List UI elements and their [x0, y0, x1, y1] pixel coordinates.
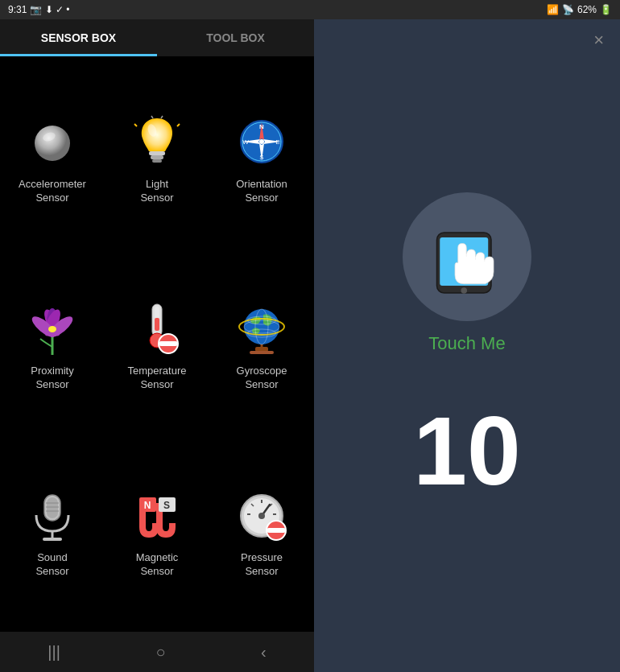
menu-button[interactable]: |||	[31, 635, 76, 670]
touch-me-text: Touch Me	[428, 333, 505, 354]
svg-rect-2	[149, 151, 165, 155]
temperature-icon	[129, 300, 185, 357]
back-button[interactable]: ‹	[245, 635, 283, 670]
svg-point-38	[244, 309, 279, 344]
svg-point-28	[48, 326, 56, 332]
tab-sensor-box[interactable]: SENSOR BOX	[0, 19, 157, 56]
close-button[interactable]: ×	[593, 31, 604, 49]
svg-text:S: S	[163, 500, 169, 511]
magnetic-icon: N S	[129, 487, 185, 543]
touch-icon-container[interactable]	[403, 192, 531, 321]
svg-rect-4	[152, 159, 162, 163]
svg-point-68	[461, 287, 468, 294]
time-display: 9:31	[8, 4, 27, 15]
sensor-item-magnetic[interactable]: N S MagneticSensor	[105, 437, 209, 624]
orientation-icon: N S W E	[234, 113, 290, 170]
pressure-icon	[234, 487, 290, 543]
svg-text:S: S	[259, 154, 263, 161]
home-button[interactable]: ○	[139, 635, 181, 670]
proximity-label: ProximitySensor	[31, 365, 73, 392]
svg-rect-3	[151, 155, 163, 159]
sensor-grid: AccelerometerSensor	[0, 56, 314, 632]
sensor-item-temperature[interactable]: TemperatureSensor	[105, 251, 209, 438]
svg-rect-34	[159, 341, 178, 346]
svg-rect-36	[250, 351, 274, 354]
battery-icon: 🔋	[600, 4, 612, 15]
gyroscope-label: GyroscopeSensor	[237, 365, 287, 392]
svg-line-7	[134, 124, 137, 126]
accelerometer-icon	[24, 113, 81, 170]
sound-icon	[24, 487, 81, 543]
count-display: 10	[413, 402, 520, 499]
light-label: LightSensor	[140, 178, 173, 205]
sensor-item-orientation[interactable]: N S W E OrientationSensor	[209, 64, 314, 251]
svg-line-9	[151, 116, 153, 118]
svg-text:N: N	[143, 500, 151, 511]
svg-rect-50	[43, 538, 62, 541]
magnetic-label: MagneticSensor	[136, 551, 179, 579]
svg-text:E: E	[275, 138, 279, 146]
svg-point-0	[35, 126, 70, 161]
status-bar: 9:31 📷 ⬇ ✓ • 📶 📡 62% 🔋	[0, 0, 620, 19]
status-left: 9:31 📷 ⬇ ✓ •	[8, 4, 70, 15]
tab-bar: SENSOR BOX TOOL BOX	[0, 19, 314, 56]
sensor-item-gyroscope[interactable]: GyroscopeSensor	[209, 251, 314, 438]
gyroscope-icon	[234, 300, 290, 357]
phone-hand-icon	[419, 208, 515, 305]
svg-rect-65	[267, 528, 286, 533]
main-container: SENSOR BOX TOOL BOX	[0, 19, 620, 672]
svg-text:W: W	[242, 138, 249, 146]
temperature-label: TemperatureSensor	[128, 365, 187, 392]
sensor-item-accelerometer[interactable]: AccelerometerSensor	[0, 64, 105, 251]
svg-line-8	[177, 124, 180, 126]
svg-point-63	[258, 513, 265, 519]
sensor-item-sound[interactable]: SoundSensor	[0, 437, 105, 624]
sensor-item-proximity[interactable]: ProximitySensor	[0, 251, 105, 438]
svg-rect-31	[155, 318, 159, 331]
status-right: 📶 📡 62% 🔋	[547, 4, 612, 15]
notification-icons: 📷 ⬇ ✓ •	[30, 4, 69, 15]
orientation-label: OrientationSensor	[236, 178, 287, 205]
proximity-icon	[24, 300, 81, 357]
sensor-item-pressure[interactable]: PressureSensor	[209, 437, 314, 624]
accelerometer-label: AccelerometerSensor	[19, 178, 86, 205]
right-panel: × Touch Me 10	[314, 19, 620, 672]
sound-label: SoundSensor	[35, 551, 68, 579]
left-panel: SENSOR BOX TOOL BOX	[0, 19, 314, 672]
light-icon	[129, 113, 185, 170]
svg-rect-45	[47, 497, 58, 518]
bottom-nav: ||| ○ ‹	[0, 632, 314, 672]
tab-tool-box[interactable]: TOOL BOX	[157, 19, 314, 56]
sensor-item-light[interactable]: LightSensor	[105, 64, 209, 251]
svg-point-21	[259, 139, 264, 144]
wifi-icon: 📶	[547, 4, 559, 15]
svg-text:N: N	[259, 123, 264, 130]
signal-icon: 📡	[562, 4, 574, 15]
pressure-label: PressureSensor	[241, 551, 283, 579]
svg-line-10	[161, 116, 163, 118]
battery-display: 62%	[577, 4, 597, 15]
